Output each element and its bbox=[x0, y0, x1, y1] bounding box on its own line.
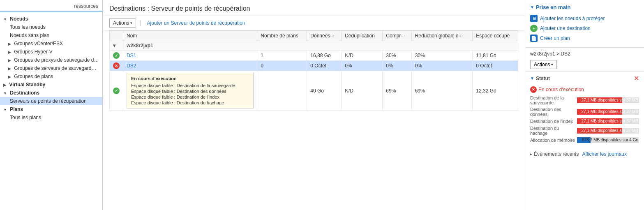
show-journals-link[interactable]: Afficher les journaux bbox=[582, 151, 627, 157]
row-ds2-donnees: 0 Octet bbox=[307, 61, 342, 71]
statut-section: Statut ✕ ✕ En cours d'exécution Destinat… bbox=[525, 72, 644, 148]
status-ok-icon: ✓ bbox=[113, 52, 120, 59]
add-server-button[interactable]: Ajouter un Serveur de points de récupéra… bbox=[145, 19, 248, 27]
statut-collapse-icon bbox=[530, 76, 534, 81]
status-ok-icon-2: ✓ bbox=[113, 88, 120, 94]
tooltip-title: En cours d'exécution bbox=[131, 76, 249, 81]
triangle-groupes-vcenter bbox=[8, 42, 11, 46]
detail-actions-button[interactable]: Actions bbox=[530, 60, 557, 69]
row-ds3-espace: 12,32 Go bbox=[473, 71, 518, 111]
events-section: Événements récents Afficher les journaux bbox=[525, 148, 644, 160]
resource-bar-2: 27,1 MB disponibles sur 37 MB bbox=[577, 118, 639, 124]
events-arrow-icon bbox=[530, 152, 532, 156]
row-ds1-name[interactable]: DS1 bbox=[123, 51, 257, 61]
tooltip-line-4: Espace disque faible : Destination du ha… bbox=[131, 100, 249, 106]
page-title: Destinations : Serveur de points de récu… bbox=[103, 0, 525, 16]
row-ds2-name[interactable]: DS2 bbox=[123, 61, 257, 71]
add-destination-link[interactable]: + Ajouter une destination bbox=[530, 23, 639, 33]
row-ds3-donnees: 40 Go bbox=[307, 71, 342, 111]
group-triangle: ▾ bbox=[110, 41, 123, 51]
col-reduction: Réduction globale d··· bbox=[411, 31, 473, 41]
statut-close-icon[interactable]: ✕ bbox=[634, 74, 639, 82]
col-plans: Nombre de plans bbox=[257, 31, 307, 41]
row-ds1-espace: 11,81 Go bbox=[473, 51, 518, 61]
tooltip-line-1: Espace disque faible : Destination de la… bbox=[131, 83, 249, 88]
monitor-icon: 🖥 bbox=[530, 15, 538, 22]
sidebar-item-destinations[interactable]: Destinations bbox=[0, 89, 102, 97]
resource-label-4: Allocation de mémoire bbox=[530, 138, 575, 143]
table-container: Nom Nombre de plans Données··· Déduplica… bbox=[103, 30, 525, 210]
row-ds2-dedup: 0% bbox=[342, 61, 383, 71]
collapse-icon bbox=[530, 5, 534, 9]
resource-bar-3: 27,1 MB disponibles sur 37 MB bbox=[577, 128, 639, 134]
tooltip-line-2: Espace disque faible : Destination des d… bbox=[131, 88, 249, 94]
resource-label-0: Destination de la sauvegarde bbox=[530, 95, 575, 105]
actions-button[interactable]: Actions bbox=[109, 18, 136, 28]
resource-bar-1: 27,1 MB disponibles sur 37 MB bbox=[577, 109, 639, 115]
sidebar-item-serveurs-points[interactable]: Serveurs de points de récupération bbox=[0, 97, 102, 105]
sidebar-item-tous-plans[interactable]: Tous les plans bbox=[0, 113, 102, 122]
sidebar-item-virtual-standby[interactable]: Virtual Standby bbox=[0, 81, 102, 89]
right-panel: Prise en main 🖥 Ajouter les noeuds à pro… bbox=[525, 0, 644, 210]
resource-text-0: 27,1 MB disponibles sur 37 MB bbox=[582, 97, 638, 103]
row-ds3-compr: 69% bbox=[383, 71, 411, 111]
statut-body: ✕ En cours d'exécution Destination de la… bbox=[525, 85, 644, 148]
row-ds3-status: ✓ bbox=[110, 71, 123, 111]
actions-label: Actions bbox=[113, 20, 129, 26]
sidebar-item-noeuds-sans-plan[interactable]: Noeuds sans plan bbox=[0, 31, 102, 39]
resource-label-1: Destination des données bbox=[530, 107, 575, 117]
status-error-icon-panel: ✕ bbox=[530, 86, 537, 93]
triangle-groupes-serveurs bbox=[8, 67, 11, 71]
col-nom: Nom bbox=[123, 31, 257, 41]
row-ds1-dedup: N/D bbox=[342, 51, 383, 61]
statut-header: Statut ✕ bbox=[525, 72, 644, 85]
triangle-plans bbox=[3, 108, 7, 112]
plus-circle-icon: + bbox=[530, 25, 538, 32]
prise-en-main-section: Prise en main 🖥 Ajouter les noeuds à pro… bbox=[525, 0, 644, 48]
row-ds1-plans: 1 bbox=[257, 51, 307, 61]
row-ds1-compr: 30% bbox=[383, 51, 411, 61]
table-header-row: Nom Nombre de plans Données··· Déduplica… bbox=[110, 31, 518, 41]
resource-bar-0: 27,1 MB disponibles sur 37 MB bbox=[577, 97, 639, 103]
sidebar-tree: Noeuds Tous les noeuds Noeuds sans plan … bbox=[0, 13, 102, 123]
col-deduplication: Déduplication bbox=[342, 31, 383, 41]
table-row-ds3[interactable]: ✓ En cours d'exécution Espace disque fai… bbox=[110, 71, 518, 111]
resource-text-3: 27,1 MB disponibles sur 37 MB bbox=[582, 128, 638, 134]
sidebar-item-noeuds[interactable]: Noeuds bbox=[0, 15, 102, 23]
sidebar-item-groupes-proxys[interactable]: Groupes de proxys de sauvegarde de m bbox=[0, 56, 102, 64]
row-ds2-reduction: 0% bbox=[411, 61, 473, 71]
add-nodes-link[interactable]: 🖥 Ajouter les noeuds à protéger bbox=[530, 14, 639, 23]
triangle-noeuds bbox=[3, 17, 7, 21]
sidebar-item-groupes-hyper-v[interactable]: Groupes Hyper-V bbox=[0, 48, 102, 56]
row-ds2-status: ✕ bbox=[110, 61, 123, 71]
resource-label-2: Destination de l'index bbox=[530, 119, 575, 124]
row-ds1-reduction: 30% bbox=[411, 51, 473, 61]
table-row-ds1[interactable]: ✓ DS1 1 16,88 Go N/D 30% 30% 11,81 Go bbox=[110, 51, 518, 61]
sidebar-item-groupes-serveurs[interactable]: Groupes de serveurs de sauvegarde Lin bbox=[0, 64, 102, 72]
resource-row-0: Destination de la sauvegarde 27,1 MB dis… bbox=[530, 95, 639, 105]
prise-en-main-title: Prise en main bbox=[530, 4, 639, 10]
col-donnees: Données··· bbox=[307, 31, 342, 41]
actions-chevron-icon bbox=[130, 21, 132, 25]
ds1-link[interactable]: DS1 bbox=[127, 53, 136, 58]
sidebar-item-groupes-vcenter[interactable]: Groupes vCenter/ESX bbox=[0, 39, 102, 48]
sidebar: ressources Noeuds Tous les noeuds Noeuds… bbox=[0, 0, 103, 210]
ds2-link[interactable]: DS2 bbox=[127, 63, 136, 69]
table-group-row[interactable]: ▾ w2k8r2jvp1 bbox=[110, 41, 518, 51]
statut-title: Statut bbox=[530, 76, 550, 81]
create-plan-link[interactable]: 📄 Créer un plan bbox=[530, 33, 639, 43]
sidebar-item-tous-noeuds[interactable]: Tous les noeuds bbox=[0, 23, 102, 31]
row-ds3-name: En cours d'exécution Espace disque faibl… bbox=[123, 71, 257, 111]
sidebar-item-groupes-plans[interactable]: Groupes de plans bbox=[0, 72, 102, 81]
row-ds1-status: ✓ bbox=[110, 51, 123, 61]
row-ds3-dedup: N/D bbox=[342, 71, 383, 111]
main-content: Destinations : Serveur de points de récu… bbox=[103, 0, 525, 210]
table-row-ds2[interactable]: ✕ DS2 0 0 Octet 0% 0% 0% 0 Octet bbox=[110, 61, 518, 71]
tooltip-line-3: Espace disque faible : Destination de l'… bbox=[131, 94, 249, 100]
events-header: Événements récents Afficher les journaux bbox=[530, 151, 639, 157]
sidebar-item-plans[interactable]: Plans bbox=[0, 105, 102, 113]
group-name: w2k8r2jvp1 bbox=[123, 41, 518, 51]
document-icon: 📄 bbox=[530, 35, 538, 42]
row-ds2-compr: 0% bbox=[383, 61, 411, 71]
row-ds3-plans bbox=[257, 71, 307, 111]
